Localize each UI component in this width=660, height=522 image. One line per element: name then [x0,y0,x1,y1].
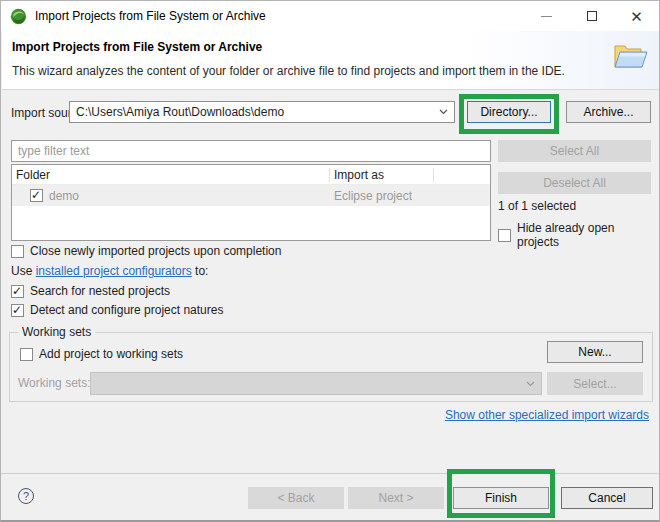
add-working-sets-label: Add project to working sets [39,347,183,361]
minimize-icon [541,16,552,17]
search-nested-checkbox-row[interactable]: Search for nested projects [11,284,170,298]
deselect-all-button[interactable]: Deselect All [498,172,651,194]
configurators-line: Use installed project configurators to: [11,264,208,278]
minimize-button[interactable] [524,1,569,31]
next-button[interactable]: Next > [348,487,444,509]
column-header-folder[interactable]: Folder [12,168,330,182]
column-header-import-as[interactable]: Import as [330,168,434,182]
close-button[interactable]: ✕ [614,1,659,31]
wizard-description: This wizard analyzes the content of your… [12,64,565,78]
finish-button[interactable]: Finish [453,487,549,509]
hide-open-projects-label: Hide already open projects [517,221,659,249]
add-working-sets-checkbox-row[interactable]: Add project to working sets [20,347,183,361]
select-working-set-button[interactable]: Select... [547,372,643,395]
chevron-down-icon [526,381,535,387]
working-sets-label: Working sets: [18,376,90,390]
close-newly-label: Close newly imported projects upon compl… [30,244,281,258]
footer-separator [1,473,660,474]
table-header[interactable]: Folder Import as [12,165,490,185]
close-icon: ✕ [630,9,643,24]
new-working-set-button[interactable]: New... [547,341,643,363]
hide-open-projects-checkbox[interactable] [498,229,511,242]
detect-natures-label: Detect and configure project natures [30,303,223,317]
detect-natures-checkbox-row[interactable]: Detect and configure project natures [11,303,223,317]
titlebar: Import Projects from File System or Arch… [1,1,659,31]
chevron-down-icon [439,109,448,115]
import-source-combo[interactable]: C:\Users\Amiya Rout\Downloads\demo [69,101,455,123]
wizard-title: Import Projects from File System or Arch… [12,40,262,54]
search-nested-label: Search for nested projects [30,284,170,298]
filter-input[interactable] [11,140,491,162]
window-title: Import Projects from File System or Arch… [35,9,266,23]
show-other-wizards-link[interactable]: Show other specialized import wizards [445,408,649,422]
hide-open-projects-checkbox-row[interactable]: Hide already open projects [498,221,659,249]
close-newly-checkbox-row[interactable]: Close newly imported projects upon compl… [11,244,281,258]
import-folder-icon [609,37,651,77]
working-sets-combo[interactable] [90,372,542,395]
help-button[interactable]: ? [18,488,34,504]
maximize-button[interactable] [569,1,614,31]
row-import-as: Eclipse project [330,189,434,203]
maximize-icon [587,11,597,21]
import-source-value: C:\Users\Amiya Rout\Downloads\demo [76,105,284,119]
eclipse-app-icon [10,8,27,25]
search-nested-checkbox[interactable] [11,285,24,298]
configurators-link[interactable]: installed project configurators [36,264,192,278]
selection-status: 1 of 1 selected [498,199,576,213]
projects-table[interactable]: Folder Import as demo Eclipse project [11,164,491,241]
working-sets-group: Working sets Add project to working sets… [9,332,653,402]
archive-button[interactable]: Archive... [566,101,651,123]
row-folder-name: demo [49,189,79,203]
add-working-sets-checkbox[interactable] [20,348,33,361]
back-button[interactable]: < Back [248,487,344,509]
working-sets-group-label: Working sets [18,325,95,339]
wizard-header: Import Projects from File System or Arch… [2,31,660,90]
table-row[interactable]: demo Eclipse project [12,185,490,206]
import-wizard-dialog: Import Projects from File System or Arch… [0,0,660,522]
detect-natures-checkbox[interactable] [11,304,24,317]
row-checkbox[interactable] [30,189,43,202]
cancel-button[interactable]: Cancel [561,487,653,509]
close-newly-checkbox[interactable] [11,245,24,258]
directory-button[interactable]: Directory... [467,101,551,123]
select-all-button[interactable]: Select All [498,140,651,162]
